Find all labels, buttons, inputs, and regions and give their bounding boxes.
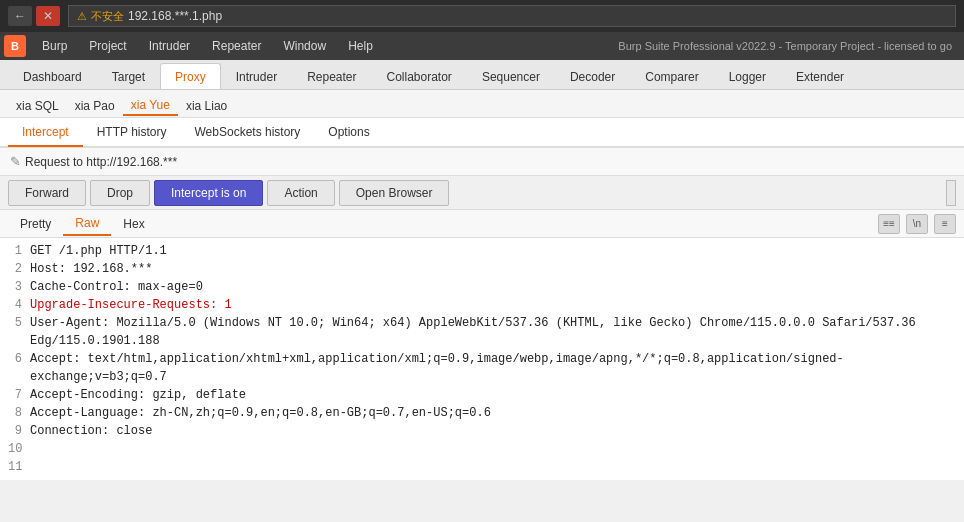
line-text: User-Agent: Mozilla/5.0 (Windows NT 10.0… [30,314,956,350]
sub-tab-bar: xia SQL xia Pao xia Yue xia Liao [0,90,964,118]
view-icons-group: ≡≡ \n ≡ [878,214,956,234]
menu-help[interactable]: Help [338,35,383,57]
tab-dashboard[interactable]: Dashboard [8,63,97,89]
view-tab-bar: Pretty Raw Hex ≡≡ \n ≡ [0,210,964,238]
subtab-xia-sql[interactable]: xia SQL [8,97,67,115]
code-line-6: 6 Accept: text/html,application/xhtml+xm… [8,350,956,386]
tab-collaborator[interactable]: Collaborator [372,63,467,89]
intercept-toggle-button[interactable]: Intercept is on [154,180,263,206]
code-line-10: 10 [8,440,956,458]
line-text: Accept-Encoding: gzip, deflate [30,386,246,404]
code-line-8: 8 Accept-Language: zh-CN,zh;q=0.9,en;q=0… [8,404,956,422]
proxy-tab-options[interactable]: Options [314,119,383,147]
line-text: Connection: close [30,422,152,440]
line-text: Accept-Language: zh-CN,zh;q=0.9,en;q=0.8… [30,404,491,422]
code-line-4: 4 Upgrade-Insecure-Requests: 1 [8,296,956,314]
line-text: GET /1.php HTTP/1.1 [30,242,167,260]
tab-repeater[interactable]: Repeater [292,63,371,89]
line-number: 11 [8,458,22,476]
view-tab-hex[interactable]: Hex [111,213,156,235]
proxy-tab-websockets[interactable]: WebSockets history [181,119,315,147]
proxy-tab-intercept[interactable]: Intercept [8,119,83,147]
menu-project[interactable]: Project [79,35,136,57]
security-warning-icon: ⚠ [77,10,87,23]
edit-icon: ✎ [10,154,21,169]
code-line-1: 1 GET /1.php HTTP/1.1 [8,242,956,260]
view-tab-raw[interactable]: Raw [63,212,111,236]
tab-sequencer[interactable]: Sequencer [467,63,555,89]
line-text-upgrade: Upgrade-Insecure-Requests: 1 [30,296,232,314]
proxy-tab-http-history[interactable]: HTTP history [83,119,181,147]
tab-logger[interactable]: Logger [714,63,781,89]
code-line-11: 11 [8,458,956,476]
proxy-tab-bar: Intercept HTTP history WebSockets histor… [0,118,964,148]
line-text: Cache-Control: max-age=0 [30,278,203,296]
tab-proxy[interactable]: Proxy [160,63,221,89]
line-number: 5 [8,314,22,350]
subtab-xia-yue[interactable]: xia Yue [123,96,178,116]
scroll-right-handle[interactable] [946,180,956,206]
burp-logo: B [4,35,26,57]
code-line-9: 9 Connection: close [8,422,956,440]
main-tab-bar: Dashboard Target Proxy Intruder Repeater… [0,60,964,90]
tab-comparer[interactable]: Comparer [630,63,713,89]
back-button[interactable]: ← [8,6,32,26]
tab-target[interactable]: Target [97,63,160,89]
line-number: 8 [8,404,22,422]
request-info-bar: ✎ Request to http://192.168.*** [0,148,964,176]
request-target: Request to http://192.168.*** [25,155,177,169]
subtab-xia-pao[interactable]: xia Pao [67,97,123,115]
code-line-5: 5 User-Agent: Mozilla/5.0 (Windows NT 10… [8,314,956,350]
view-tab-pretty[interactable]: Pretty [8,213,63,235]
newline-icon[interactable]: \n [906,214,928,234]
menu-window[interactable]: Window [273,35,336,57]
security-text: 不安全 [91,9,124,24]
url-text: 192.168.***.1.php [128,9,222,23]
menu-intruder[interactable]: Intruder [139,35,200,57]
app-title: Burp Suite Professional v2022.9 - Tempor… [618,40,960,52]
tab-intruder[interactable]: Intruder [221,63,292,89]
line-number: 9 [8,422,22,440]
tab-decoder[interactable]: Decoder [555,63,630,89]
line-number: 7 [8,386,22,404]
action-bar: Forward Drop Intercept is on Action Open… [0,176,964,210]
menu-burp[interactable]: Burp [32,35,77,57]
title-nav: ← ✕ [8,6,60,26]
subtab-xia-liao[interactable]: xia Liao [178,97,235,115]
code-line-7: 7 Accept-Encoding: gzip, deflate [8,386,956,404]
tab-extender[interactable]: Extender [781,63,859,89]
line-number: 3 [8,278,22,296]
line-number: 2 [8,260,22,278]
line-text: Host: 192.168.*** [30,260,152,278]
line-number: 1 [8,242,22,260]
drop-button[interactable]: Drop [90,180,150,206]
line-text: Accept: text/html,application/xhtml+xml,… [30,350,956,386]
open-browser-button[interactable]: Open Browser [339,180,450,206]
line-number: 4 [8,296,22,314]
action-button[interactable]: Action [267,180,334,206]
line-number: 6 [8,350,22,386]
close-button[interactable]: ✕ [36,6,60,26]
menu-bar: B Burp Project Intruder Repeater Window … [0,32,964,60]
line-number: 10 [8,440,22,458]
code-line-3: 3 Cache-Control: max-age=0 [8,278,956,296]
forward-button[interactable]: Forward [8,180,86,206]
code-line-2: 2 Host: 192.168.*** [8,260,956,278]
request-body[interactable]: 1 GET /1.php HTTP/1.1 2 Host: 192.168.**… [0,238,964,480]
menu-repeater[interactable]: Repeater [202,35,271,57]
title-bar: ← ✕ ⚠ 不安全 192.168.***.1.php [0,0,964,32]
address-bar[interactable]: ⚠ 不安全 192.168.***.1.php [68,5,956,27]
menu-lines-icon[interactable]: ≡ [934,214,956,234]
format-icon[interactable]: ≡≡ [878,214,900,234]
